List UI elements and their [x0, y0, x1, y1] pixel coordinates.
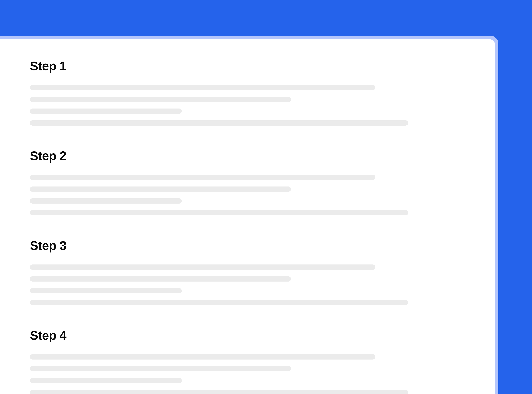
step-block-1: Step 1 — [30, 59, 465, 126]
placeholder-line — [30, 264, 375, 270]
content-card: Step 1 Step 2 Step 3 — [0, 39, 495, 394]
step-block-2: Step 2 — [30, 149, 465, 215]
step-body-placeholder — [30, 175, 465, 215]
placeholder-line — [30, 288, 182, 293]
placeholder-line — [30, 97, 291, 102]
placeholder-line — [30, 187, 291, 192]
placeholder-line — [30, 109, 182, 114]
placeholder-line — [30, 276, 291, 281]
placeholder-line — [30, 366, 291, 371]
step-title: Step 3 — [30, 238, 465, 253]
step-block-3: Step 3 — [30, 238, 465, 305]
step-block-4: Step 4 — [30, 328, 465, 394]
placeholder-line — [30, 175, 375, 180]
step-body-placeholder — [30, 264, 465, 305]
step-title: Step 2 — [30, 149, 465, 163]
placeholder-line — [30, 354, 375, 359]
card-outer-border: Step 1 Step 2 Step 3 — [0, 36, 498, 394]
placeholder-line — [30, 390, 408, 394]
step-title: Step 4 — [30, 328, 465, 342]
placeholder-line — [30, 120, 408, 126]
placeholder-line — [30, 85, 375, 90]
placeholder-line — [30, 300, 408, 305]
placeholder-line — [30, 378, 182, 383]
placeholder-line — [30, 210, 408, 215]
placeholder-line — [30, 198, 182, 204]
step-title: Step 1 — [30, 59, 465, 73]
step-body-placeholder — [30, 354, 465, 394]
step-body-placeholder — [30, 85, 465, 126]
